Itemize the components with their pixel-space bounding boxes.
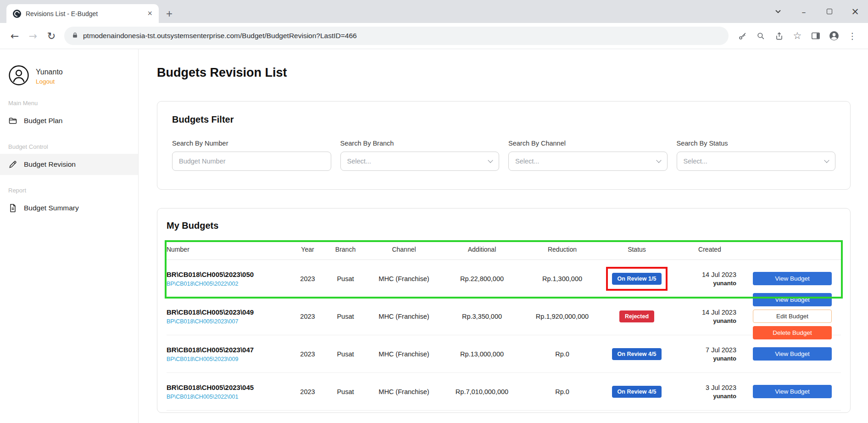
browser-tab[interactable]: Revisions List - E-Budget ×: [6, 4, 159, 23]
budget-number: BR\CB018\CH005\2023\047: [167, 346, 290, 354]
action-buttons: View BudgetEdit BudgetDelete Budget: [753, 293, 832, 339]
budget-reduction: Rp.0: [522, 388, 602, 395]
tab-search-chevron-icon[interactable]: [765, 0, 791, 23]
window-minimize-button[interactable]: –: [791, 0, 817, 23]
status-select-value: Select...: [684, 158, 707, 165]
password-key-icon[interactable]: [734, 28, 751, 44]
table-header-and-first-row-group: Number Year Branch Channel Additional Re…: [167, 241, 841, 298]
browser-toolbar: ← → ↻ ptmodenaindonesia-tst.outsystemsen…: [0, 23, 868, 49]
status-badge: On Review 1/5: [612, 273, 662, 285]
back-button[interactable]: ←: [6, 27, 24, 45]
col-additional: Additional: [442, 246, 522, 253]
window-close-button[interactable]: ×: [842, 0, 868, 23]
budget-year: 2023: [290, 275, 325, 282]
budget-additional: Rp.3,350,000: [442, 313, 522, 320]
budget-additional: Rp.7,010,000,000: [442, 388, 522, 395]
channel-select[interactable]: Select...: [508, 152, 668, 171]
table-body: BR\CB018\CH005\2023\049 BP\CB018\CH005\2…: [167, 298, 841, 411]
window-maximize-button[interactable]: [817, 0, 842, 23]
budget-year: 2023: [290, 350, 325, 358]
budgets-filter-card: Budgets Filter Search By Number Search B…: [157, 101, 851, 190]
browser-menu-kebab-icon[interactable]: ⋮: [844, 28, 861, 44]
budget-parent-link[interactable]: BP\CB018\CH005\2023\009: [167, 356, 238, 362]
budget-branch: Pusat: [325, 388, 366, 395]
sidebar-item-budget-plan[interactable]: Budget Plan: [0, 110, 138, 131]
created-by: yunanto: [671, 393, 736, 400]
view-budget-button[interactable]: View Budget: [753, 272, 832, 285]
budget-branch: Pusat: [325, 313, 366, 320]
sidebar-item-label: Budget Summary: [24, 204, 79, 212]
budget-branch: Pusat: [325, 350, 366, 358]
budget-number: BR\CB018\CH005\2023\050: [167, 271, 290, 278]
forward-button[interactable]: →: [24, 27, 42, 45]
logout-link[interactable]: Logout: [36, 78, 63, 85]
sidebar-item-label: Budget Plan: [24, 117, 62, 125]
edit-budget-button[interactable]: Edit Budget: [753, 310, 832, 323]
view-budget-button[interactable]: View Budget: [753, 347, 832, 361]
budget-branch: Pusat: [325, 275, 366, 282]
channel-select-value: Select...: [515, 158, 539, 165]
created-date: 14 Jul 2023: [671, 309, 736, 316]
budget-parent-link[interactable]: BP\CB018\CH005\2022\002: [167, 281, 238, 287]
user-name: Yunanto: [36, 68, 63, 76]
user-avatar: [8, 65, 29, 88]
budget-channel: MHC (Franchise): [366, 275, 442, 282]
share-icon[interactable]: [771, 28, 787, 44]
maximize-icon: [827, 9, 832, 14]
status-select[interactable]: Select...: [677, 152, 836, 171]
pencil-icon: [8, 160, 17, 169]
zoom-magnifier-icon[interactable]: [752, 28, 769, 44]
page-title: Budgets Revision List: [157, 66, 851, 80]
status-badge: On Review 4/5: [612, 386, 662, 398]
address-bar[interactable]: ptmodenaindonesia-tst.outsystemsenterpri…: [64, 27, 729, 45]
action-buttons: View Budget: [753, 347, 832, 361]
table-row: BR\CB018\CH005\2023\047 BP\CB018\CH005\2…: [167, 335, 841, 373]
sidebar-item-budget-summary[interactable]: Budget Summary: [0, 197, 138, 219]
profile-avatar-icon[interactable]: [826, 28, 842, 44]
sidebar: Yunanto Logout Main Menu Budget Plan Bud…: [0, 49, 139, 423]
budget-number-input[interactable]: [172, 152, 331, 171]
url-text: ptmodenaindonesia-tst.outsystemsenterpri…: [83, 32, 357, 40]
search-by-branch-label: Search By Branch: [340, 140, 500, 147]
sidebar-item-label: Budget Revision: [24, 160, 76, 169]
delete-budget-button[interactable]: Delete Budget: [753, 326, 832, 339]
branch-select[interactable]: Select...: [340, 152, 500, 171]
side-panel-icon[interactable]: [807, 28, 824, 44]
filter-title: Budgets Filter: [172, 114, 835, 125]
chevron-down-icon: [824, 158, 829, 163]
budget-number: BR\CB018\CH005\2023\049: [167, 308, 290, 316]
table-row: BR\CB018\CH005\2023\050 BP\CB018\CH005\2…: [167, 260, 841, 298]
view-budget-button[interactable]: View Budget: [753, 293, 832, 306]
nav-group-report: Report: [0, 175, 138, 197]
budget-year: 2023: [290, 388, 325, 395]
branch-select-value: Select...: [347, 158, 371, 165]
main-content: Budgets Revision List Budgets Filter Sea…: [139, 49, 868, 423]
created-date: 14 Jul 2023: [671, 271, 736, 278]
view-budget-button[interactable]: View Budget: [753, 385, 832, 398]
document-icon: [8, 203, 17, 213]
col-year: Year: [290, 246, 325, 253]
col-number: Number: [167, 246, 290, 253]
table-row: BR\CB018\CH005\2023\045 BP\CB018\CH005\2…: [167, 373, 841, 411]
budget-parent-link[interactable]: BP\CB018\CH005\2023\007: [167, 318, 238, 325]
bookmark-star-icon[interactable]: ☆: [789, 28, 806, 44]
sidebar-item-budget-revision[interactable]: Budget Revision: [0, 154, 138, 175]
search-by-channel-label: Search By Channel: [508, 140, 668, 147]
table-header-row: Number Year Branch Channel Additional Re…: [167, 241, 841, 260]
tab-close-icon[interactable]: ×: [145, 9, 155, 18]
created-date: 3 Jul 2023: [671, 384, 736, 391]
budget-year: 2023: [290, 313, 325, 320]
budgets-table: Number Year Branch Channel Additional Re…: [167, 241, 841, 411]
created-by: yunanto: [671, 280, 736, 287]
col-created: Created: [671, 246, 748, 253]
reload-button[interactable]: ↻: [42, 27, 61, 45]
col-status: Status: [602, 246, 671, 253]
created-by: yunanto: [671, 317, 736, 324]
search-by-status-label: Search By Status: [677, 140, 836, 147]
budget-reduction: Rp.0: [522, 350, 602, 358]
budget-parent-link[interactable]: BP\CB018\CH005\2022\001: [167, 394, 238, 400]
col-reduction: Reduction: [522, 246, 602, 253]
tab-title: Revisions List - E-Budget: [26, 10, 140, 17]
new-tab-button[interactable]: +: [159, 4, 180, 23]
my-budgets-title: My Budgets: [167, 220, 841, 231]
